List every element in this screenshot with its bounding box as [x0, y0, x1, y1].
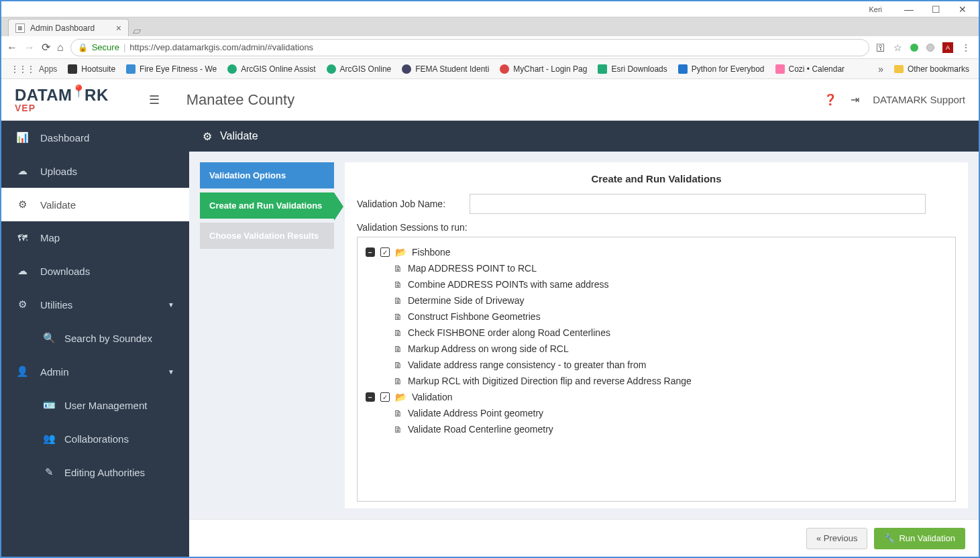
logout-icon[interactable]: ⇥	[851, 93, 859, 106]
tree-group[interactable]: −✓📂Fishbone	[366, 244, 947, 260]
forward-button[interactable]: →	[24, 42, 35, 54]
tab-close-button[interactable]: ×	[116, 23, 121, 34]
file-icon: 🗎	[394, 360, 402, 370]
checkbox[interactable]: ✓	[380, 392, 390, 402]
bookmark-icon	[775, 64, 785, 74]
sidebar-item-utilities[interactable]: ⚙ Utilities ▼	[1, 288, 189, 321]
sidebar-item-label: Dashboard	[40, 132, 89, 144]
bookmark-apps[interactable]: ⋮⋮⋮Apps	[7, 62, 61, 76]
bookmark-esri[interactable]: Esri Downloads	[594, 62, 671, 76]
tree-item[interactable]: 🗎Validate Address Point geometry	[366, 405, 947, 421]
bookmark-python[interactable]: Python for Everybod	[674, 62, 769, 76]
tree-item[interactable]: 🗎Validate Road Centerline geometry	[366, 421, 947, 437]
content-title: Validate	[220, 130, 258, 142]
extension-gray-icon[interactable]	[926, 44, 934, 52]
help-icon[interactable]: ❓	[824, 93, 837, 106]
sidebar-item-validate[interactable]: ⚙ Validate	[1, 188, 189, 221]
map-pin-icon: 📍	[71, 85, 87, 97]
previous-button[interactable]: « Previous	[806, 528, 867, 549]
file-icon: 🗎	[394, 328, 402, 338]
county-title: Manatee County	[186, 91, 294, 109]
bookmark-icon	[678, 64, 688, 74]
sidebar-item-downloads[interactable]: ☁ Downloads	[1, 254, 189, 288]
key-icon[interactable]: ⚿	[876, 42, 885, 53]
other-bookmarks-button[interactable]: Other bookmarks	[890, 62, 973, 76]
checkbox[interactable]: ✓	[380, 247, 390, 257]
url-text: https://vep.datamarkgis.com/admin/#valid…	[129, 42, 313, 52]
wizard-step-options[interactable]: Validation Options	[200, 162, 334, 188]
sidebar-item-user-management[interactable]: 🪪 User Management	[1, 388, 189, 422]
browser-tab[interactable]: 🗎 Admin Dashboard ×	[8, 19, 129, 36]
tree-item[interactable]: 🗎Check FISHBONE order along Road Centerl…	[366, 325, 947, 341]
page-favicon-icon: 🗎	[15, 23, 25, 33]
download-icon: ☁	[16, 265, 28, 277]
job-name-input[interactable]	[470, 194, 926, 214]
wizard-step-results[interactable]: Choose Validation Results	[200, 223, 334, 249]
tree-label: Validate Address Point geometry	[408, 408, 543, 418]
tree-label: Construct Fishbone Geometries	[408, 311, 541, 322]
bookmarks-overflow-button[interactable]: »	[874, 64, 887, 74]
tree-item[interactable]: 🗎Construct Fishbone Geometries	[366, 309, 947, 325]
file-icon: 🗎	[394, 312, 402, 322]
run-validation-button[interactable]: 🔧Run Validation	[874, 528, 965, 549]
bookmark-hootsuite[interactable]: Hootsuite	[64, 62, 119, 76]
sessions-label: Validation Sessions to run:	[357, 222, 956, 233]
sidebar-item-uploads[interactable]: ☁ Uploads	[1, 154, 189, 188]
header-user-label[interactable]: DATAMARK Support	[873, 94, 965, 105]
sidebar-item-collaborations[interactable]: 👥 Collaborations	[1, 422, 189, 455]
new-tab-button[interactable]: ▱	[133, 24, 146, 36]
address-bar[interactable]: 🔒 Secure | https://vep.datamarkgis.com/a…	[70, 39, 869, 56]
window-minimize-button[interactable]: —	[895, 4, 922, 15]
tree-item[interactable]: 🗎Validate address range consistency - to…	[366, 357, 947, 373]
extension-green-icon[interactable]	[910, 44, 918, 52]
back-button[interactable]: ←	[7, 42, 17, 54]
app-logo[interactable]: DATAM📍RK VEP	[15, 87, 109, 113]
reload-button[interactable]: ⟳	[42, 41, 50, 54]
id-card-icon: 🪪	[43, 399, 55, 411]
sidebar-item-label: Utilities	[40, 299, 72, 311]
window-user: Keri	[4, 5, 895, 13]
edit-icon: ✎	[43, 466, 55, 478]
menu-toggle-button[interactable]: ☰	[149, 93, 160, 107]
collapse-icon[interactable]: −	[366, 247, 375, 257]
apps-icon: ⋮⋮⋮	[11, 64, 35, 74]
bookmark-cozi[interactable]: Cozi • Calendar	[771, 62, 849, 76]
sidebar-item-dashboard[interactable]: 📊 Dashboard	[1, 121, 189, 154]
bookmark-arcgis-online[interactable]: ArcGIS Online	[323, 62, 396, 76]
collapse-icon[interactable]: −	[366, 392, 375, 402]
folder-icon	[894, 65, 904, 73]
tree-item[interactable]: 🗎Markup Address on wrong side of RCL	[366, 341, 947, 357]
validation-tree[interactable]: −✓📂Fishbone🗎Map ADDRESS POINT to RCL🗎Com…	[357, 237, 956, 502]
sidebar-item-label: Uploads	[40, 166, 77, 177]
bookmark-mychart[interactable]: MyChart - Login Pag	[496, 62, 591, 76]
extension-pdf-icon[interactable]: A	[942, 42, 953, 53]
browser-menu-button[interactable]: ⋮	[961, 42, 971, 53]
bookmark-fire-eye[interactable]: Fire Eye Fitness - We	[122, 62, 221, 76]
tree-item[interactable]: 🗎Determine Side of Driveway	[366, 292, 947, 309]
main-panel: Create and Run Validations Validation Jo…	[345, 162, 968, 508]
tree-item[interactable]: 🗎Map ADDRESS POINT to RCL	[366, 260, 947, 276]
bookmark-icon	[227, 64, 237, 74]
home-button[interactable]: ⌂	[57, 42, 64, 54]
tree-label: Validation	[412, 392, 452, 402]
sidebar-item-editing-authorities[interactable]: ✎ Editing Authorities	[1, 455, 189, 489]
wizard-step-create-run[interactable]: Create and Run Validations	[200, 192, 334, 219]
tree-item[interactable]: 🗎Combine ADDRESS POINTs with same addres…	[366, 276, 947, 292]
file-icon: 🗎	[394, 280, 402, 290]
sidebar: 📊 Dashboard ☁ Uploads ⚙ Validate 🗺 Map ☁…	[1, 121, 189, 557]
window-maximize-button[interactable]: ☐	[922, 4, 949, 15]
sidebar-item-search-soundex[interactable]: 🔍 Search by Soundex	[1, 321, 189, 355]
tree-group[interactable]: −✓📂Validation	[366, 389, 947, 405]
bookmark-fema[interactable]: FEMA Student Identi	[398, 62, 493, 76]
chevron-down-icon: ▼	[168, 368, 174, 376]
tree-item[interactable]: 🗎Markup RCL with Digitized Direction fli…	[366, 373, 947, 389]
sidebar-item-admin[interactable]: 👤 Admin ▼	[1, 355, 189, 388]
upload-icon: ☁	[16, 165, 28, 177]
sidebar-item-label: Downloads	[40, 266, 90, 277]
sidebar-item-label: Validate	[40, 199, 76, 211]
bookmark-arcgis-assist[interactable]: ArcGIS Online Assist	[223, 62, 319, 76]
bookmark-icon	[126, 64, 135, 74]
window-close-button[interactable]: ✕	[949, 4, 976, 15]
sidebar-item-map[interactable]: 🗺 Map	[1, 221, 189, 254]
star-icon[interactable]: ☆	[893, 42, 902, 53]
